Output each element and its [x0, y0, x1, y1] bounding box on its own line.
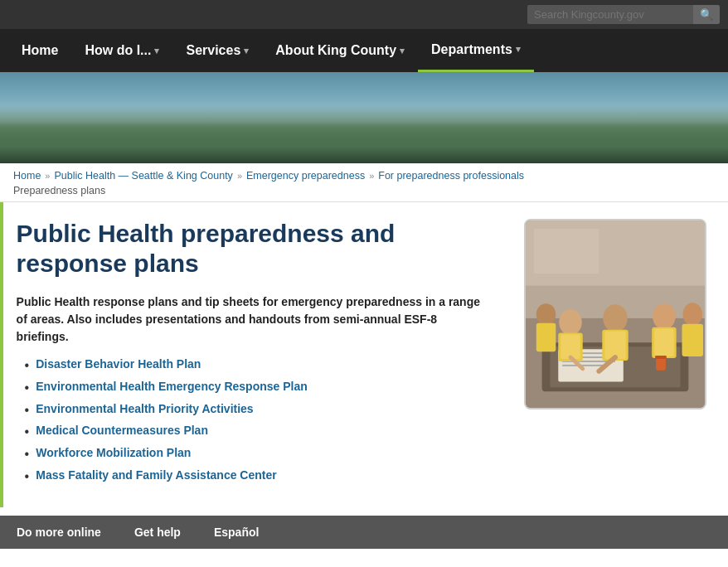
- chevron-down-icon: ▾: [516, 44, 521, 55]
- svg-rect-27: [534, 229, 599, 274]
- main-content: Public Health preparedness and response …: [3, 202, 728, 507]
- svg-rect-19: [682, 324, 704, 356]
- svg-rect-21: [536, 323, 556, 351]
- plan-list: Disaster Behavior Health Plan Environmen…: [25, 357, 507, 486]
- list-item: Environmental Health Priority Activities: [25, 402, 507, 419]
- breadcrumb-public-health[interactable]: Public Health — Seattle & King County: [54, 170, 232, 182]
- svg-rect-25: [655, 356, 667, 359]
- breadcrumb-sep2: »: [237, 171, 242, 181]
- list-item: Disaster Behavior Health Plan: [25, 357, 507, 375]
- svg-point-20: [536, 303, 556, 325]
- svg-rect-17: [654, 329, 674, 356]
- nav-bar: Home How do I... ▾ Services ▾ About King…: [0, 29, 728, 72]
- breadcrumb-emergency-prep[interactable]: Emergency preparedness: [246, 170, 365, 182]
- nav-departments[interactable]: Departments ▾: [418, 29, 534, 72]
- breadcrumb-home[interactable]: Home: [13, 170, 41, 182]
- nav-about[interactable]: About King County ▾: [262, 29, 418, 72]
- hero-mountains-layer2: [0, 122, 728, 163]
- intro-text: Public Health response plans and tip she…: [17, 293, 481, 346]
- breadcrumb-sep3: »: [369, 171, 374, 181]
- search-bar: 🔍: [0, 0, 728, 29]
- breadcrumb-current: Preparedness plans: [13, 182, 715, 201]
- list-item: Medical Countermeasures Plan: [25, 424, 507, 441]
- plan-link-medical[interactable]: Medical Countermeasures Plan: [36, 424, 208, 437]
- svg-point-12: [603, 304, 627, 332]
- page-title: Public Health preparedness and response …: [17, 219, 507, 279]
- footer-col-online: Do more online: [17, 526, 101, 539]
- content-area: Public Health preparedness and response …: [0, 202, 728, 507]
- svg-point-9: [559, 309, 581, 335]
- breadcrumb-area: Home » Public Health — Seattle & King Co…: [0, 163, 728, 202]
- breadcrumb-for-professionals[interactable]: For preparedness professionals: [378, 170, 524, 182]
- footer-col-espanol: Español: [214, 526, 259, 539]
- plan-link-mass-fatality[interactable]: Mass Fatality and Family Assistance Cent…: [36, 468, 276, 482]
- nav-how-do-i[interactable]: How do I... ▾: [71, 29, 172, 72]
- chevron-down-icon: ▾: [154, 46, 159, 56]
- emergency-photo: [524, 219, 706, 410]
- nav-home[interactable]: Home: [8, 29, 71, 72]
- content-left: Public Health preparedness and response …: [17, 219, 507, 491]
- list-item: Mass Fatality and Family Assistance Cent…: [25, 468, 507, 486]
- nav-services[interactable]: Services ▾: [172, 29, 262, 72]
- list-item: Workforce Mobilization Plan: [25, 446, 507, 463]
- plan-link-workforce[interactable]: Workforce Mobilization Plan: [36, 446, 191, 459]
- svg-rect-24: [656, 357, 666, 371]
- search-input[interactable]: [527, 5, 693, 24]
- footer-strip: Do more online Get help Español: [0, 516, 728, 549]
- plan-link-env-response[interactable]: Environmental Health Emergency Response …: [36, 380, 308, 393]
- list-item: Environmental Health Emergency Response …: [25, 380, 507, 397]
- hero-image: [0, 72, 728, 163]
- footer-col-help: Get help: [134, 526, 181, 539]
- search-button[interactable]: 🔍: [693, 5, 720, 24]
- content-right: [524, 219, 715, 491]
- chevron-down-icon: ▾: [244, 46, 249, 56]
- svg-point-15: [653, 303, 675, 329]
- svg-rect-14: [604, 332, 626, 359]
- breadcrumb: Home » Public Health — Seattle & King Co…: [13, 170, 715, 182]
- plan-link-disaster[interactable]: Disaster Behavior Health Plan: [36, 357, 201, 371]
- chevron-down-icon: ▾: [400, 46, 405, 56]
- plan-link-env-priority[interactable]: Environmental Health Priority Activities: [36, 402, 253, 415]
- svg-point-18: [682, 303, 702, 325]
- breadcrumb-sep: »: [45, 171, 50, 181]
